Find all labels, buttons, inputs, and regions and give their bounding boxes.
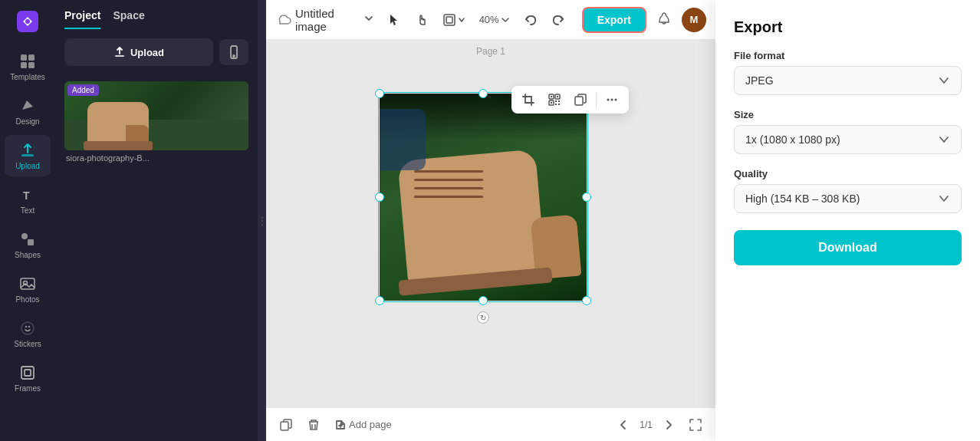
resize-handle-bl[interactable] [375,296,384,305]
size-value: 1x (1080 x 1080 px) [745,133,840,146]
resize-handle-mr[interactable] [582,193,591,202]
resize-handle-tm[interactable] [478,89,488,98]
floating-toolbar [511,86,629,114]
rotate-handle[interactable]: ↻ [477,311,489,324]
sidebar-item-label: Upload [15,162,40,170]
redo-icon [551,13,565,27]
notifications-button[interactable] [653,7,676,32]
size-select[interactable]: 1x (1080 x 1080 px) [734,125,962,154]
sidebar-item-label: Design [15,117,39,126]
sidebar-item-upload[interactable]: Upload [5,135,51,176]
frame-tool-button[interactable] [438,8,470,31]
svg-rect-6 [21,154,34,156]
svg-rect-21 [446,17,452,23]
svg-text:T: T [23,189,30,202]
quality-label: Quality [734,168,962,179]
sidebar-item-frames[interactable]: Frames [5,357,51,399]
zoom-chevron-icon [501,15,510,25]
resize-handle-bm[interactable] [478,296,488,305]
tab-space[interactable]: Space [113,9,144,29]
file-format-value: JPEG [745,74,774,87]
app-logo[interactable] [12,6,43,37]
add-page-label: Add page [349,419,392,430]
sidebar-item-photos[interactable]: Photos [5,268,51,310]
svg-rect-26 [557,96,558,97]
sidebar-item-stickers[interactable]: Stickers [5,313,51,354]
quality-select[interactable]: High (154 KB – 308 KB) [734,184,962,213]
upload-button[interactable]: Upload [64,38,213,66]
trash-icon [307,419,320,431]
sidebar-item-shapes[interactable]: Shapes [5,224,51,265]
mobile-view-button[interactable] [219,39,248,65]
download-button[interactable]: Download [734,230,962,265]
stickers-icon [19,320,36,337]
fullscreen-button[interactable] [685,416,706,434]
hand-tool-button[interactable] [410,8,433,31]
avatar[interactable]: M [682,8,706,32]
frame-tool-chevron-icon [458,16,465,24]
crop-button[interactable] [516,89,541,110]
title-chevron-button[interactable] [361,11,377,28]
resize-handle-tl[interactable] [375,89,384,98]
zoom-button[interactable]: 40% [475,11,515,28]
sidebar-item-label: Templates [10,73,45,81]
copy-element-button[interactable] [568,89,593,110]
mobile-icon [227,45,241,59]
svg-point-35 [615,99,617,101]
left-panel: Project Space Upload Add [55,0,258,441]
duplicate-icon [280,419,292,431]
thumbnail-item[interactable]: Added [64,81,248,150]
svg-rect-29 [558,100,560,102]
file-format-select[interactable]: JPEG [734,66,962,95]
sidebar-item-label: Text [21,206,35,215]
file-format-label: File format [734,50,962,61]
next-page-button[interactable] [659,416,679,433]
svg-rect-31 [558,104,560,105]
svg-rect-9 [28,239,34,245]
page-label: Page 1 [476,46,505,57]
svg-rect-20 [444,15,455,25]
file-format-field: File format JPEG [734,50,962,95]
expand-icon [689,419,702,431]
duplicate-page-button[interactable] [275,416,297,434]
canvas-image [380,94,587,301]
cloud-save-icon [275,10,292,27]
topbar: Untitled image [266,0,715,40]
tab-project[interactable]: Project [64,9,100,29]
upload-icon [19,142,36,159]
size-label: Size [734,109,962,120]
resize-handle-br[interactable] [582,296,591,305]
toolbar-separator [596,92,597,107]
resize-handle-ml[interactable] [375,193,384,202]
qr-button[interactable] [542,89,567,110]
thumbnail-badge: Added [67,84,99,96]
svg-rect-17 [115,55,124,57]
canvas-frame[interactable]: ↻ [380,94,587,301]
resize-divider[interactable] [258,0,266,441]
more-options-button[interactable] [600,89,624,110]
chevron-down-icon [363,12,375,25]
undo-button[interactable] [519,8,542,31]
sidebar-item-label: Photos [15,295,39,304]
svg-point-12 [21,322,34,334]
document-title: Untitled image [295,7,358,33]
export-button[interactable]: Export [582,7,646,33]
quality-chevron-icon [938,193,950,205]
grid-icon [19,53,36,70]
sidebar-item-text[interactable]: T Text [5,179,51,221]
sidebar-item-templates[interactable]: Templates [5,46,51,87]
export-panel-title: Export [734,18,962,36]
add-page-button[interactable]: Add page [331,416,396,433]
svg-point-14 [28,325,30,327]
sidebar: Templates Design Upload T Text Shapes [0,0,55,441]
prev-page-button[interactable] [613,416,633,433]
canvas-area: Page 1 [266,40,715,407]
quality-value: High (154 KB – 308 KB) [745,193,860,205]
sidebar-item-design[interactable]: Design [5,91,51,132]
svg-rect-28 [555,100,557,102]
delete-page-button[interactable] [303,416,324,434]
frames-icon [19,364,36,381]
pointer-tool-button[interactable] [383,8,406,31]
svg-rect-30 [555,104,557,105]
redo-button[interactable] [547,8,570,31]
